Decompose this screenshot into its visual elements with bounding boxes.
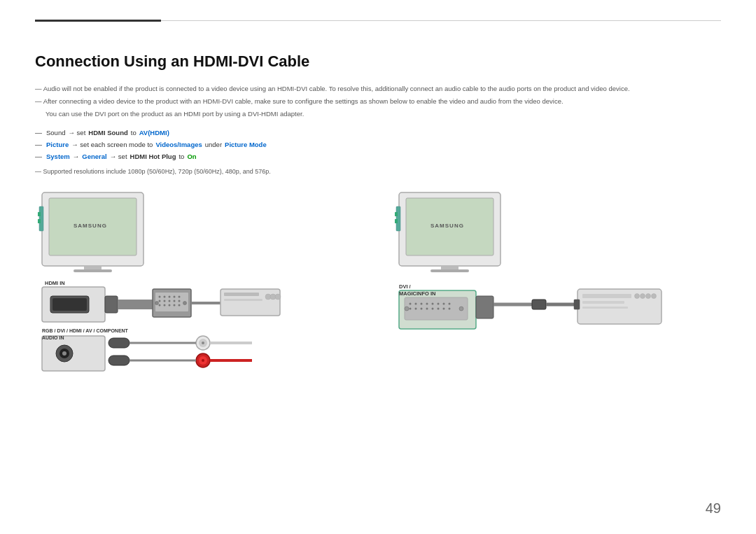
left-diagram-content: SAMSUNG HDMI IN xyxy=(35,185,371,381)
bullet-items: ― Sound → set HDMI Sound to AV(HDMI) ― P… xyxy=(35,127,721,162)
left-diagram: SAMSUNG HDMI IN xyxy=(35,185,371,381)
svg-point-96 xyxy=(635,293,640,298)
svg-point-71 xyxy=(426,302,428,304)
intro-section: ― Audio will not be enabled if the produ… xyxy=(35,83,721,120)
svg-rect-63 xyxy=(396,206,400,231)
svg-rect-5 xyxy=(39,206,43,231)
bullet1-sound: Sound xyxy=(46,127,65,139)
svg-rect-7 xyxy=(38,219,41,223)
svg-point-31 xyxy=(178,300,181,302)
svg-rect-54 xyxy=(108,338,130,348)
svg-point-78 xyxy=(421,307,423,309)
svg-text:MAGICINFO IN: MAGICINFO IN xyxy=(399,290,436,297)
svg-point-75 xyxy=(449,302,451,304)
svg-point-77 xyxy=(415,307,417,309)
svg-point-85 xyxy=(459,307,463,311)
svg-text:HDMI IN: HDMI IN xyxy=(45,280,65,286)
right-diagram-svg: SAMSUNG xyxy=(392,185,728,381)
svg-point-83 xyxy=(449,307,451,309)
svg-point-97 xyxy=(640,293,645,298)
svg-rect-42 xyxy=(224,299,262,301)
svg-rect-55 xyxy=(108,356,130,365)
svg-rect-19 xyxy=(118,300,153,309)
svg-rect-95 xyxy=(582,307,628,309)
svg-rect-10 xyxy=(52,298,87,311)
svg-rect-67 xyxy=(405,297,468,320)
svg-text:SAMSUNG: SAMSUNG xyxy=(74,223,107,229)
svg-point-35 xyxy=(174,304,176,306)
svg-rect-12 xyxy=(42,336,105,371)
svg-text:SAMSUNG: SAMSUNG xyxy=(430,223,464,229)
svg-point-33 xyxy=(164,304,166,306)
svg-point-84 xyxy=(405,307,409,311)
svg-text:AUDIO IN: AUDIO IN xyxy=(42,335,64,340)
svg-rect-4 xyxy=(74,269,112,272)
svg-point-72 xyxy=(432,302,434,304)
svg-point-80 xyxy=(432,307,434,309)
svg-rect-93 xyxy=(582,294,631,298)
right-diagram-content: SAMSUNG xyxy=(392,185,728,381)
svg-point-74 xyxy=(443,302,445,304)
svg-point-23 xyxy=(164,295,166,297)
bullet-dash-3: ― xyxy=(35,153,42,160)
svg-point-69 xyxy=(415,302,417,304)
svg-point-27 xyxy=(159,300,161,302)
svg-point-22 xyxy=(159,295,161,297)
left-diagram-svg: SAMSUNG HDMI IN xyxy=(35,185,371,381)
svg-point-99 xyxy=(652,293,657,298)
svg-rect-18 xyxy=(105,296,118,313)
bullet-item-1: ― Sound → set HDMI Sound to AV(HDMI) xyxy=(35,127,721,139)
page-number: 49 xyxy=(706,500,721,517)
svg-point-37 xyxy=(155,301,159,304)
svg-rect-6 xyxy=(38,212,41,216)
svg-rect-62 xyxy=(430,269,469,272)
svg-rect-64 xyxy=(395,212,398,216)
svg-point-34 xyxy=(169,304,171,306)
svg-point-32 xyxy=(159,304,161,306)
svg-point-70 xyxy=(421,302,423,304)
intro-line-2: ― After connecting a video device to the… xyxy=(35,96,721,106)
svg-point-29 xyxy=(169,300,171,302)
bullet-dash-1: ― xyxy=(35,129,42,136)
bullet-dash-2: ― xyxy=(35,141,42,148)
svg-point-48 xyxy=(202,342,204,344)
svg-point-82 xyxy=(443,307,445,309)
svg-point-76 xyxy=(410,307,412,309)
top-decorative-lines xyxy=(35,20,721,22)
svg-point-81 xyxy=(438,307,440,309)
svg-point-79 xyxy=(426,307,428,309)
right-diagram: SAMSUNG xyxy=(392,185,728,381)
svg-rect-65 xyxy=(395,219,398,223)
bullet-item-3: ― System → General → set HDMI Hot Plug t… xyxy=(35,150,721,162)
svg-point-15 xyxy=(62,351,66,356)
intro-line-3: You can use the DVI port on the product … xyxy=(35,108,721,119)
svg-point-45 xyxy=(275,294,281,300)
svg-point-28 xyxy=(164,300,166,302)
resolution-note: ― Supported resolutions include 1080p (5… xyxy=(35,168,721,175)
svg-rect-88 xyxy=(476,296,493,318)
svg-point-52 xyxy=(202,359,204,362)
intro-line-1: ― Audio will not be enabled if the produ… xyxy=(35,83,721,94)
svg-rect-90 xyxy=(532,300,546,309)
svg-point-26 xyxy=(178,295,181,297)
svg-point-30 xyxy=(174,300,176,302)
bullet-item-2: ― Picture → set each screen mode to Vide… xyxy=(35,139,721,150)
page-title: Connection Using an HDMI-DVI Cable xyxy=(35,52,721,71)
svg-rect-41 xyxy=(224,293,259,296)
svg-point-68 xyxy=(410,302,412,304)
svg-rect-94 xyxy=(582,301,624,304)
diagrams-container: SAMSUNG HDMI IN xyxy=(35,185,721,381)
svg-text:DVI /: DVI / xyxy=(399,283,412,290)
svg-point-25 xyxy=(174,295,176,297)
svg-point-38 xyxy=(183,301,187,304)
svg-text:RGB / DVI / HDMI / AV / COMPON: RGB / DVI / HDMI / AV / COMPONENT xyxy=(42,328,129,333)
svg-point-24 xyxy=(169,295,171,297)
svg-point-73 xyxy=(438,302,440,304)
svg-rect-100 xyxy=(574,300,580,309)
svg-point-98 xyxy=(646,293,651,298)
svg-point-36 xyxy=(178,304,181,306)
